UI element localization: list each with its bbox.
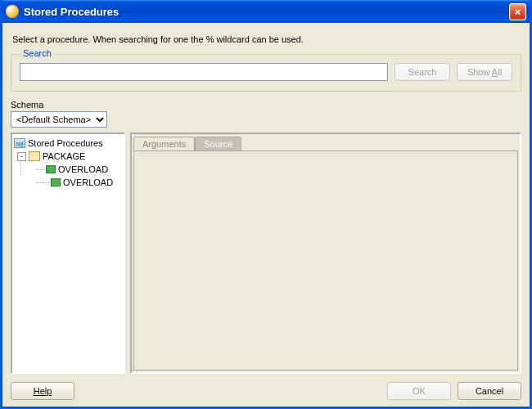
help-button[interactable]: Help <box>11 382 74 400</box>
tree-panel[interactable]: sql Stored Procedures - PACKAGE OVERLOAD <box>11 133 125 374</box>
tree-node-package[interactable]: - PACKAGE <box>14 150 122 163</box>
instruction-text: Select a procedure. When searching for o… <box>12 34 520 44</box>
collapse-icon[interactable]: - <box>17 152 26 161</box>
stored-procedures-dialog: Stored Procedures × Select a procedure. … <box>0 0 532 409</box>
search-button[interactable]: Search <box>394 63 450 81</box>
search-row: Search Show All <box>20 63 512 81</box>
show-all-button-label: Show All <box>467 67 502 77</box>
tab-strip: Arguments Source <box>132 134 520 151</box>
help-button-label: Help <box>34 386 52 396</box>
tree-node-label: OVERLOAD <box>63 178 113 187</box>
ok-button[interactable]: OK <box>387 382 451 400</box>
cancel-button-label: Cancel <box>476 386 503 396</box>
overload-icon <box>51 178 61 187</box>
app-icon <box>6 5 19 18</box>
search-group: Search Search Show All <box>11 54 521 92</box>
stored-procedures-icon: sql <box>14 138 25 148</box>
details-panel: Arguments Source <box>130 133 521 374</box>
tree-root[interactable]: sql Stored Procedures <box>14 137 122 150</box>
schema-select[interactable]: <Default Schema> <box>11 111 107 128</box>
main-area: sql Stored Procedures - PACKAGE OVERLOAD <box>11 133 521 374</box>
tab-label: Source <box>204 139 232 149</box>
window-title: Stored Procedures <box>24 6 509 18</box>
cancel-button[interactable]: Cancel <box>458 382 521 400</box>
tree-root-label: Stored Procedures <box>28 138 103 148</box>
tree-node-label: OVERLOAD <box>58 164 108 174</box>
titlebar[interactable]: Stored Procedures × <box>2 0 530 23</box>
tree-node-overload[interactable]: OVERLOAD <box>14 176 122 189</box>
tree-node-overload[interactable]: OVERLOAD <box>14 163 122 176</box>
tab-label: Arguments <box>142 139 186 149</box>
package-icon <box>29 151 40 161</box>
tree-node-label: PACKAGE <box>43 151 85 161</box>
search-input[interactable] <box>20 63 388 81</box>
search-legend: Search <box>20 48 55 58</box>
overload-icon <box>46 165 56 173</box>
tab-source[interactable]: Source <box>195 137 241 151</box>
button-bar: Help OK Cancel <box>11 374 521 400</box>
ok-button-label: OK <box>413 386 426 396</box>
schema-block: Schema <Default Schema> <box>11 100 521 128</box>
close-button[interactable]: × <box>509 3 526 20</box>
schema-label: Schema <box>11 100 521 110</box>
tab-content <box>133 151 518 371</box>
close-icon: × <box>515 6 521 18</box>
search-button-label: Search <box>408 67 437 77</box>
tab-arguments[interactable]: Arguments <box>133 137 195 151</box>
dialog-content: Select a procedure. When searching for o… <box>2 23 530 407</box>
show-all-button[interactable]: Show All <box>457 63 512 81</box>
